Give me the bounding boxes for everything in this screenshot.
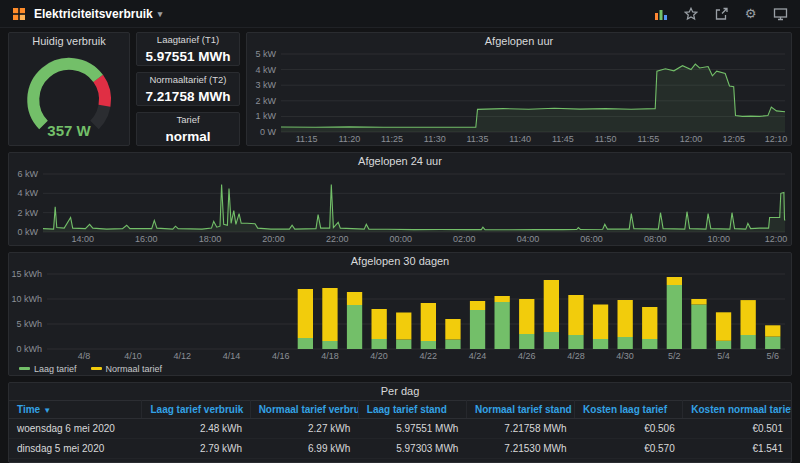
x-tick-label: 12:00	[765, 234, 788, 244]
column-header-5[interactable]: Kosten laag tarief	[575, 401, 683, 419]
column-header-3[interactable]: Laag tarief stand	[358, 401, 466, 419]
bar-laag-tarief	[396, 340, 411, 350]
x-tick-label: 06:00	[580, 234, 603, 244]
bar-laag-tarief	[568, 335, 583, 349]
panel-title: Afgelopen 24 uur	[9, 153, 791, 170]
add-panel-icon[interactable]	[653, 6, 668, 21]
x-tick-label: 16:00	[135, 234, 158, 244]
table-cell: 7.21758 MWh	[466, 419, 574, 439]
star-icon[interactable]	[683, 6, 698, 21]
panel-title: Normaaltarief (T2)	[137, 73, 239, 87]
bar-normaal-tarief	[741, 300, 756, 335]
x-tick-label: 4/12	[174, 351, 192, 361]
table-row: woensdag 6 mei 20202.48 kWh2.27 kWh5.975…	[9, 419, 791, 439]
bar-normaal-tarief	[618, 300, 633, 337]
x-tick-label: 12:05	[722, 134, 745, 144]
stat-value: normal	[137, 127, 239, 145]
x-tick-label: 5/6	[766, 351, 779, 361]
bar-normaal-tarief	[298, 289, 313, 338]
x-tick-label: 4/30	[616, 351, 634, 361]
x-tick-label: 12:10	[765, 134, 788, 144]
panel-title: Laagtarief (T1)	[137, 33, 239, 47]
dashboard-grid: Huidig verbruik 357 W Laagtarief (T1) 5.…	[0, 28, 800, 463]
bar-laag-tarief	[445, 340, 460, 350]
x-tick-label: 11:30	[424, 134, 446, 144]
bar-laag-tarief	[741, 335, 756, 349]
column-header-4[interactable]: Normaal tarief stand	[466, 401, 574, 419]
table-cell: woensdag 6 mei 2020	[9, 419, 142, 439]
x-tick-label: 08:00	[644, 234, 667, 244]
x-tick-label: 11:20	[338, 134, 360, 144]
settings-gear-icon[interactable]: ⚙	[743, 6, 758, 21]
panel-laagtarief-t1: Laagtarief (T1) 5.97551 MWh	[136, 32, 240, 66]
per-dag-table: Time▼Laag tarief verbruikNormaal tarief …	[9, 400, 791, 463]
table-cell: €0.570	[575, 439, 683, 459]
x-tick-label: 4/26	[518, 351, 536, 361]
panel-per-dag: Per dag Time▼Laag tarief verbruikNormaal…	[8, 382, 792, 463]
bar-normaal-tarief	[765, 325, 780, 336]
bar-laag-tarief	[421, 341, 436, 349]
table-cell: maandag 4 mei 2020	[9, 459, 142, 463]
legend-label: Laag tarief	[34, 364, 77, 374]
table-cell: 7.21530 MWh	[466, 439, 574, 459]
panel-huidig-verbruik: Huidig verbruik 357 W	[8, 32, 130, 146]
y-tick-label: 2 kW	[17, 208, 38, 218]
bar-laag-tarief	[470, 310, 485, 349]
table-cell: 6.99 kWh	[250, 439, 358, 459]
legend-item[interactable]: Laag tarief	[19, 364, 77, 374]
y-tick-label: 5 kW	[255, 50, 276, 59]
table-cell: €1.541	[683, 439, 791, 459]
panel-title: Afgelopen uur	[247, 33, 791, 50]
bar-normaal-tarief	[642, 307, 657, 339]
column-header-time[interactable]: Time▼	[9, 401, 142, 419]
x-tick-label: 11:40	[509, 134, 531, 144]
table-cell: 5.97551 MWh	[358, 419, 466, 439]
month-chart-plot[interactable]: 0 kWh5 kWh10 kWh15 kWh4/84/104/124/144/1…	[9, 270, 791, 362]
y-tick-label: 1 kW	[255, 111, 276, 121]
table-cell: 5.97024 MWh	[358, 459, 466, 463]
cycle-view-monitor-icon[interactable]	[773, 6, 788, 21]
bar-laag-tarief	[347, 305, 362, 349]
dashboard-title-dropdown[interactable]: Elektriciteitsverbruik ▾	[34, 7, 162, 21]
bar-normaal-tarief	[691, 299, 706, 305]
x-tick-label: 4/22	[420, 351, 438, 361]
y-tick-label: 2 kW	[255, 96, 276, 106]
column-header-1[interactable]: Laag tarief verbruik	[142, 401, 250, 419]
stat-value: 7.21758 MWh	[137, 87, 239, 105]
column-header-label: Time	[17, 404, 40, 415]
x-tick-label: 11:15	[296, 134, 318, 144]
x-tick-label: 11:25	[381, 134, 403, 144]
bar-laag-tarief	[322, 341, 337, 349]
x-tick-label: 14:00	[71, 234, 94, 244]
legend-item[interactable]: Normaal tarief	[91, 364, 163, 374]
top-row: Huidig verbruik 357 W Laagtarief (T1) 5.…	[8, 32, 792, 146]
column-header-6[interactable]: Kosten normaal tarief	[683, 401, 791, 419]
y-tick-label: 6 kW	[17, 170, 38, 179]
bar-normaal-tarief	[544, 280, 559, 332]
column-header-label: Laag tarief stand	[367, 404, 447, 415]
share-icon[interactable]	[713, 6, 728, 21]
table-row: maandag 4 mei 20201.64 kWh5.70 kWh5.9702…	[9, 459, 791, 463]
chevron-down-icon: ▾	[158, 9, 163, 19]
panel-title: Afgelopen 30 dagen	[9, 253, 791, 270]
day-chart-plot[interactable]: 0 kW2 kW4 kW6 kW14:0016:0018:0020:0022:0…	[9, 170, 791, 245]
bar-normaal-tarief	[372, 309, 387, 339]
y-tick-label: 3 kW	[255, 80, 276, 90]
x-tick-label: 20:00	[262, 234, 285, 244]
column-header-2[interactable]: Normaal tarief verbruikl	[250, 401, 358, 419]
y-tick-label: 5 kWh	[16, 319, 42, 329]
dashboard-grid-icon[interactable]	[12, 7, 26, 21]
bar-normaal-tarief	[716, 312, 731, 341]
table-cell: 2.79 kWh	[142, 439, 250, 459]
bar-laag-tarief	[544, 332, 559, 349]
hour-chart-plot[interactable]: 0 W1 kW2 kW3 kW4 kW5 kW11:1511:2011:2511…	[247, 50, 791, 145]
bar-normaal-tarief	[445, 319, 460, 340]
y-tick-label: 10 kWh	[11, 294, 42, 304]
navbar-actions: ⚙	[653, 6, 788, 21]
y-tick-label: 4 kW	[17, 188, 38, 198]
x-tick-label: 04:00	[517, 234, 540, 244]
x-tick-label: 00:00	[389, 234, 412, 244]
gauge-value-arc	[33, 64, 98, 125]
table-cell: 7.20832 MWh	[466, 459, 574, 463]
x-tick-label: 4/16	[272, 351, 290, 361]
